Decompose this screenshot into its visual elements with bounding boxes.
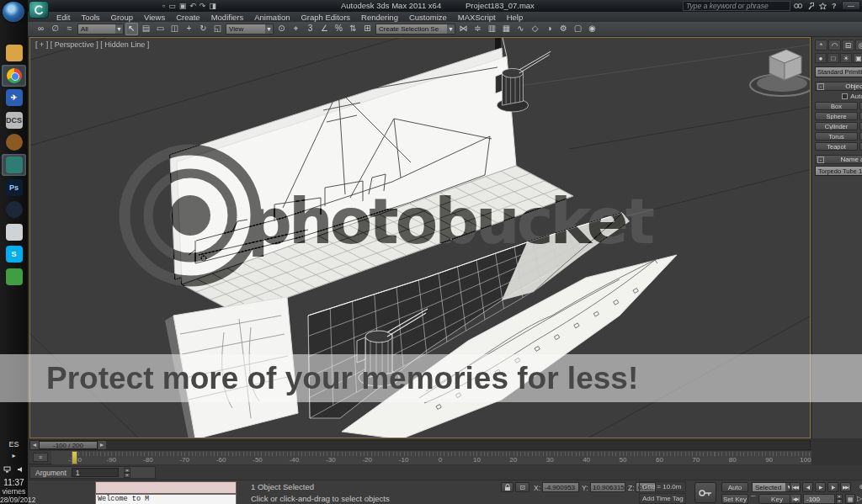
select-and-scale-button[interactable]: ◱	[211, 23, 224, 35]
taskbar-icon-chrome[interactable]	[2, 65, 26, 87]
time-slider[interactable]: ◄ -100 / 200 ►	[29, 440, 811, 450]
name-color-rollout[interactable]: - Name and C	[815, 155, 862, 164]
curve-editor-button[interactable]: ∿	[514, 23, 527, 35]
menu-tools[interactable]: Tools	[81, 13, 99, 22]
menu-rendering[interactable]: Rendering	[361, 13, 398, 22]
selection-filter-dropdown[interactable]: All▼	[77, 24, 124, 34]
taskbar-icon-dcs[interactable]: DCS	[2, 109, 26, 131]
x-coordinate-field[interactable]: -4.900953	[542, 482, 579, 492]
named-selection-sets-dropdown[interactable]: Create Selection Se▼	[375, 24, 455, 34]
time-configuration-button[interactable]: ▦	[845, 494, 855, 504]
playback-end-button[interactable]: ▶▶|	[840, 482, 851, 492]
auto-key-button[interactable]: Auto Key	[721, 482, 748, 492]
favorites-star-icon[interactable]	[819, 3, 827, 10]
absolute-mode-toggle[interactable]: ⊡	[515, 482, 529, 492]
rendered-frame-window-button[interactable]: ▢	[572, 23, 584, 35]
menu-customize[interactable]: Customize	[409, 13, 447, 22]
playback-prev-button[interactable]: ◀|	[802, 482, 813, 492]
select-and-link-button[interactable]: ∞	[35, 23, 47, 35]
selection-lock-toggle[interactable]	[501, 482, 513, 492]
create-sphere-button[interactable]: Sphere	[815, 112, 858, 120]
taskbar-icon-notes-app[interactable]	[2, 221, 26, 243]
set-keys-button[interactable]	[694, 482, 716, 503]
track-bar-ruler[interactable]: -100-90-80-70-60-50-40-30-20-10010203040…	[51, 451, 811, 464]
frame-spinner[interactable]: ▲▼	[836, 494, 843, 503]
object-name-field[interactable]: Torpedo Tube 1	[815, 166, 862, 176]
maxscript-macro-pane[interactable]	[95, 481, 237, 494]
select-by-name-button[interactable]: ▤	[140, 23, 152, 35]
time-slider-prev[interactable]: ◄	[30, 441, 39, 449]
percent-snap-toggle-button[interactable]: %	[333, 23, 345, 35]
select-and-rotate-button[interactable]: ↻	[197, 23, 210, 35]
taskbar-icon-steam[interactable]	[2, 199, 26, 220]
viewport-label[interactable]: [ + ] [ Perspective ] [ Hidden Line ]	[35, 40, 149, 49]
undo-button[interactable]: ↶	[189, 2, 196, 10]
start-button[interactable]	[3, 2, 24, 22]
unlink-selection-button[interactable]: ∅	[49, 23, 61, 35]
use-pivot-point-center-button[interactable]: ⊙	[275, 23, 288, 35]
key-mode-dropdown[interactable]: Selected▼	[752, 482, 794, 492]
track-bar[interactable]: ≡ -100-90-80-70-60-50-40-30-20-100102030…	[29, 451, 811, 464]
argument-value-field[interactable]: 1	[72, 468, 119, 477]
graphite-ribbon-toggle-button[interactable]: ▦	[500, 23, 513, 35]
project-folder-button[interactable]: ◨	[209, 2, 216, 10]
angle-snap-toggle-button[interactable]: ∠	[318, 23, 331, 35]
select-object-button[interactable]: ↖	[125, 23, 138, 35]
render-production-button[interactable]: ◉	[586, 23, 599, 35]
category-lights[interactable]: ☀	[840, 53, 852, 63]
bind-to-space-warp-button[interactable]: ≈	[63, 23, 76, 35]
create-box-button[interactable]: Box	[815, 102, 858, 110]
save-file-button[interactable]: ▣	[179, 2, 187, 10]
chevron-down-icon[interactable]: ▼	[265, 24, 273, 34]
chevron-down-icon[interactable]: ▼	[115, 24, 123, 34]
edit-named-selection-sets-button[interactable]: ⊞	[361, 23, 374, 35]
playback-play-button[interactable]: ▶	[815, 482, 826, 492]
menu-modifiers[interactable]: Modifiers	[211, 13, 244, 22]
window-crossing-toggle-button[interactable]: ◫	[168, 23, 181, 35]
playback-start-button[interactable]: |◀◀	[790, 482, 801, 492]
manage-layers-button[interactable]: ▥	[486, 23, 498, 35]
category-cameras[interactable]: ▣	[853, 53, 862, 63]
add-time-tag[interactable]: Add Time Tag	[639, 493, 686, 504]
infocenter-search-input[interactable]: Type a keyword or phrase	[683, 1, 790, 11]
volume-icon[interactable]	[17, 461, 24, 476]
material-editor-button[interactable]: ◑	[543, 23, 556, 35]
object-type-rollout[interactable]: - Object Ty	[815, 82, 862, 91]
help-icon[interactable]: ?	[832, 2, 837, 10]
y-coordinate-field[interactable]: 10.906315	[590, 482, 625, 492]
chevron-down-icon[interactable]: ▼	[447, 24, 455, 34]
menu-graph-editors[interactable]: Graph Editors	[301, 13, 350, 22]
playback-next-button[interactable]: |▶	[827, 482, 838, 492]
zoom-region-icon[interactable]: ⊕	[856, 482, 862, 492]
autogrid-checkbox[interactable]	[842, 93, 848, 99]
current-frame-marker[interactable]	[72, 451, 77, 464]
render-setup-button[interactable]: ⚙	[557, 23, 570, 35]
language-indicator[interactable]: ES	[0, 440, 28, 448]
menu-group[interactable]: Group	[111, 13, 133, 22]
key-mode-toggle[interactable]: |◀▶|	[790, 494, 801, 504]
mirror-button[interactable]: ⋈	[457, 23, 470, 35]
rectangular-selection-region-button[interactable]: ▭	[154, 23, 167, 35]
select-and-move-button[interactable]: +	[183, 23, 195, 35]
pan-arrow-icon[interactable]: ▷	[857, 495, 862, 502]
create-cylinder-button[interactable]: Cylinder	[815, 122, 858, 130]
align-button[interactable]: ≑	[471, 23, 484, 35]
panel-tab-create[interactable]: *	[815, 40, 827, 50]
taskbar-icon-flight-sim[interactable]: ✈	[2, 87, 26, 109]
panel-tab-hierarchy[interactable]: ⊟	[842, 40, 854, 50]
create-teapot-button[interactable]: Teapot	[815, 142, 858, 151]
primitive-type-dropdown[interactable]: Standard Primitives	[815, 66, 862, 77]
redo-button[interactable]: ↷	[200, 2, 206, 10]
spinner-snap-toggle-button[interactable]: ⇅	[347, 23, 359, 35]
argument-spinner[interactable]: ▲▼	[124, 468, 130, 477]
clock-time[interactable]: 11:37	[0, 478, 28, 487]
set-key-button[interactable]: Set Key	[721, 494, 748, 504]
default-in-out-tangent-icon[interactable]: ⌒	[750, 495, 757, 504]
snap-toggle-3d-button[interactable]: 3	[304, 23, 317, 35]
taskbar-icon-skype[interactable]: S	[2, 243, 26, 265]
category-shapes[interactable]: □	[827, 53, 839, 63]
menu-create[interactable]: Create	[176, 13, 200, 22]
minimize-button[interactable]: —	[842, 1, 860, 10]
subscription-wrench-icon[interactable]	[807, 3, 814, 10]
application-menu-button[interactable]	[29, 1, 49, 19]
